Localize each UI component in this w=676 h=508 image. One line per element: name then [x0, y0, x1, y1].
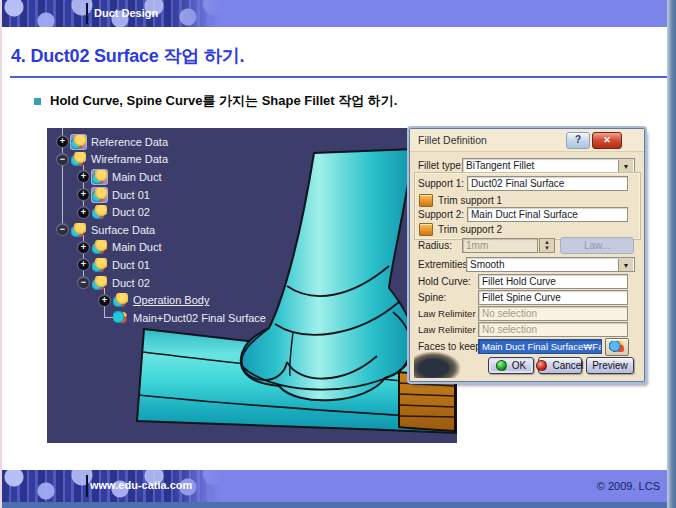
tree-item-label: Main+Duct02 Final Surface: [133, 312, 266, 324]
fillet-definition-dialog: Fillet Definition ? ✕ Fillet type: BiTan…: [409, 128, 645, 382]
tree-item[interactable]: + Duct 01: [53, 256, 353, 274]
law-button[interactable]: Law...: [560, 237, 634, 254]
tree-node-icon: [71, 152, 86, 166]
ok-button[interactable]: OK: [488, 357, 534, 374]
law-relimiter2-label: Law Relimiter 2:: [418, 324, 486, 335]
ok-button-label: OK: [512, 360, 526, 371]
tree-item[interactable]: − Duct 02: [53, 274, 353, 292]
tree-expander-icon[interactable]: +: [78, 171, 89, 182]
tree-item-label: Reference Data: [91, 136, 168, 148]
tree-expander-icon[interactable]: +: [78, 259, 89, 270]
tree-node-icon: [92, 205, 107, 219]
tree-item-label: Main Duct: [112, 241, 162, 253]
tree-node-icon: [92, 188, 107, 202]
help-icon[interactable]: ?: [566, 132, 590, 149]
tree-expander-icon[interactable]: +: [78, 189, 89, 200]
tree-node-icon: [113, 311, 128, 325]
tree-expander-icon[interactable]: +: [99, 295, 110, 306]
faces-selector-button[interactable]: [605, 338, 629, 356]
law-relimiter2-input[interactable]: No selection: [478, 322, 628, 337]
tree-item[interactable]: + Duct 01: [53, 186, 353, 204]
tree-expander-icon[interactable]: −: [57, 154, 68, 165]
spine-input[interactable]: Fillet Spine Curve: [478, 290, 628, 305]
catia-3d-viewport[interactable]: + Reference Data − Wireframe Data + Main…: [47, 128, 457, 443]
preview-button-label: Preview: [592, 360, 628, 371]
extremities-combobox[interactable]: Smooth ▼: [466, 257, 635, 272]
faces-selector-icon: [609, 341, 624, 352]
law-relimiter1-input[interactable]: No selection: [478, 306, 628, 321]
header-divider: [86, 3, 88, 24]
spine-label: Spine:: [418, 292, 446, 303]
footer-copyright: © 2009. LCS: [597, 480, 660, 492]
extremities-label: Extremities:: [418, 259, 470, 270]
tree-item-label: Duct 02: [112, 277, 150, 289]
header-band: Duct Design: [2, 0, 676, 27]
tree-node-icon: [92, 276, 107, 290]
tree-item[interactable]: + Reference Data: [53, 133, 353, 151]
tree-item-label: Surface Data: [91, 224, 155, 236]
law-relimiter1-label: Law Relimiter 1:: [418, 308, 486, 319]
tree-node-icon: [71, 135, 86, 149]
model-showthrough-decoration: [414, 352, 460, 378]
slide-bottom-edge: [2, 502, 676, 508]
trim-support1-checkbox-icon[interactable]: [419, 194, 433, 207]
page-title: 4. Duct02 Surface 작업 하기.: [11, 44, 244, 68]
tree-item[interactable]: + Duct 02: [53, 203, 353, 221]
tree-expander-icon[interactable]: −: [78, 277, 89, 288]
tree-item-label: Duct 01: [112, 189, 150, 201]
close-icon[interactable]: ✕: [592, 132, 622, 149]
tree-item[interactable]: Main+Duct02 Final Surface: [53, 309, 353, 327]
tree-node-icon: [71, 223, 86, 237]
dialog-title: Fillet Definition: [418, 134, 487, 146]
footer-divider: [86, 475, 88, 497]
bullet-item: Hold Curve, Spine Curve를 가지는 Shape Fille…: [34, 92, 397, 110]
ok-led-icon: [496, 360, 507, 371]
fillet-type-value: BiTangent Fillet: [466, 160, 534, 171]
extremities-value: Smooth: [470, 259, 504, 270]
tree-item[interactable]: + Operation Body: [53, 291, 353, 309]
bullet-text: Hold Curve, Spine Curve를 가지는 Shape Fille…: [50, 92, 397, 110]
footer-website: www.edu-catia.com: [90, 479, 192, 491]
tree-item[interactable]: − Surface Data: [53, 221, 353, 239]
preview-button[interactable]: Preview: [586, 357, 634, 374]
tree-node-icon: [92, 240, 107, 254]
support2-input[interactable]: Main Duct Final Surface: [467, 207, 628, 222]
trim-support1-label: Trim support 1: [438, 195, 502, 206]
cancel-led-icon: [536, 360, 547, 371]
tree-node-icon: [92, 258, 107, 272]
tree-item-label: Operation Body: [133, 294, 209, 306]
tree-expander-icon[interactable]: +: [78, 242, 89, 253]
slide: Duct Design 4. Duct02 Surface 작업 하기. Hol…: [0, 0, 676, 508]
tree-item-label: Wireframe Data: [91, 153, 168, 165]
fillet-type-label: Fillet type:: [418, 160, 464, 171]
tree-item[interactable]: + Main Duct: [53, 239, 353, 257]
bullet-square-icon: [34, 98, 41, 105]
tree-node-icon: [113, 293, 128, 307]
tree-item-label: Duct 02: [112, 206, 150, 218]
tree-item-label: Duct 01: [112, 259, 150, 271]
chevron-down-icon[interactable]: ▼: [618, 259, 633, 272]
radius-spinner[interactable]: ▲ ▼: [539, 238, 555, 253]
faces-to-keep-input[interactable]: Main Duct Final Surface₩Face.1: [478, 339, 602, 354]
dialog-titlebar[interactable]: Fillet Definition ? ✕: [410, 129, 644, 152]
cancel-button[interactable]: Cancel: [538, 357, 582, 374]
support2-label: Support 2:: [418, 209, 464, 220]
trim-support2-checkbox[interactable]: Trim support 2: [419, 224, 502, 235]
tree-item[interactable]: + Main Duct: [53, 168, 353, 186]
footer-band: www.edu-catia.com © 2009. LCS: [2, 470, 676, 502]
tree-item-label: Main Duct: [112, 171, 162, 183]
faces-to-keep-label: Faces to keep:: [418, 341, 484, 352]
tree-expander-icon[interactable]: +: [57, 136, 68, 147]
tree-expander-icon[interactable]: −: [57, 224, 68, 235]
tree-item[interactable]: − Wireframe Data: [53, 151, 353, 169]
trim-support1-checkbox[interactable]: Trim support 1: [419, 195, 502, 206]
header-title: Duct Design: [94, 7, 158, 19]
tree-expander-icon[interactable]: +: [78, 207, 89, 218]
cancel-button-label: Cancel: [552, 360, 583, 371]
support1-input[interactable]: Duct02 Final Surface: [467, 176, 628, 191]
trim-support2-checkbox-icon[interactable]: [419, 223, 433, 236]
radius-input[interactable]: 1mm: [462, 238, 538, 253]
hold-curve-input[interactable]: Fillet Hold Curve: [478, 274, 628, 289]
fillet-type-combobox[interactable]: BiTangent Fillet ▼: [462, 158, 635, 173]
spinner-down-icon[interactable]: ▼: [540, 245, 554, 251]
